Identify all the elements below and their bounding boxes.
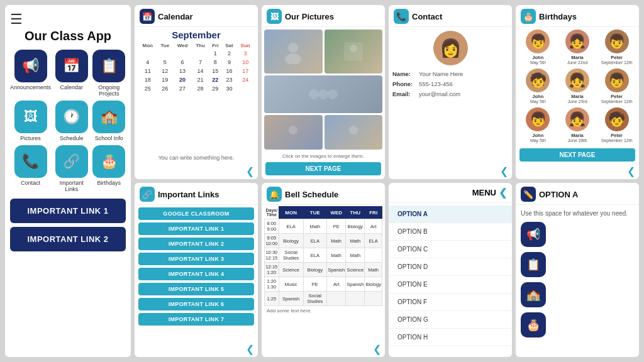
link-item-2[interactable]: IMPORTANT LINK 2 — [138, 238, 254, 250]
contact-email-label: Email: — [392, 90, 416, 97]
menu-item-option-c[interactable]: OPTION C — [389, 241, 512, 258]
bell-th-wed: WED — [327, 206, 346, 219]
contact-panel: 📞 Contact 👩 Name: Your Name Here Phone: … — [389, 5, 512, 179]
icon-important-links[interactable]: 🔗 Important Links — [55, 145, 88, 192]
hamburger-menu[interactable]: ☰ — [10, 11, 126, 28]
picture-item[interactable] — [264, 30, 323, 74]
bell-cell: PE — [303, 277, 327, 292]
important-links-panel: 🔗 Important Links GOOGLE CLASSROOM IMPOR… — [135, 183, 258, 357]
bell-cell: Art — [327, 277, 346, 292]
cal-day — [138, 49, 157, 58]
bell-cell: Math — [346, 248, 365, 263]
calendar-panel-header: 📅 Calendar — [135, 5, 258, 27]
link-item-6[interactable]: IMPORTANT LINK 6 — [138, 298, 254, 310]
birthdays-panel-icon: 🎂 — [521, 9, 536, 24]
menu-item-option-b[interactable]: OPTION B — [389, 223, 512, 241]
icon-school-info[interactable]: 🏫 School Info — [92, 101, 126, 141]
cal-day: 3 — [236, 49, 254, 58]
contact-label: Contact — [21, 180, 40, 186]
announcements-label: Announcements — [10, 84, 51, 90]
picture-item[interactable] — [264, 115, 323, 150]
cal-day: 22 — [209, 75, 222, 84]
cal-nav[interactable]: ❮ — [135, 163, 258, 179]
link-item-5[interactable]: IMPORTANT LINK 5 — [138, 283, 254, 295]
bell-note: Add some text here. — [264, 306, 382, 315]
icon-announcements[interactable]: 📢 Announcements — [10, 50, 51, 97]
bell-cell — [327, 292, 346, 306]
menu-body: OPTION A OPTION B OPTION C OPTION D OPTI… — [389, 203, 512, 357]
menu-item-option-a[interactable]: OPTION A — [389, 206, 512, 223]
contact-name-row: Name: Your Name Here — [392, 70, 508, 77]
menu-item-option-h[interactable]: OPTION H — [389, 329, 512, 346]
cal-day — [173, 49, 192, 58]
cal-th-thu: Thu — [192, 42, 209, 49]
menu-label: MENU — [472, 188, 496, 197]
picture-item-wide[interactable] — [264, 75, 382, 113]
bell-cell: Music — [279, 277, 303, 292]
icon-birthdays[interactable]: 🎂 Birthdays — [92, 145, 126, 192]
bell-th-tue: TUE — [303, 206, 327, 219]
icon-pictures[interactable]: 🖼 Pictures — [10, 101, 51, 141]
link-item-7[interactable]: IMPORTANT LINK 7 — [138, 313, 254, 326]
contact-phone-row: Phone: 555-123-456 — [392, 80, 508, 87]
link-item-google[interactable]: GOOGLE CLASSROOM — [138, 207, 254, 220]
birthdays-next-page-button[interactable]: NEXT PAGE — [519, 148, 635, 162]
cal-day: 9 — [222, 58, 237, 67]
icon-calendar[interactable]: 📅 Calendar — [55, 50, 88, 97]
icon-ongoing-projects[interactable]: 📋 Ongoing Projects — [92, 50, 126, 97]
icon-schedule[interactable]: 🕐 Schedule — [55, 101, 88, 141]
link-item-3[interactable]: IMPORTANT LINK 3 — [138, 253, 254, 265]
important-link-2-button[interactable]: IMPORTANT LINK 2 — [10, 227, 126, 251]
birthday-item: 👧 Maria June 23rd — [559, 69, 596, 105]
cal-th-sun: Sun — [236, 42, 254, 49]
svg-point-8 — [349, 126, 358, 134]
menu-chevron[interactable]: ❮ — [499, 187, 507, 199]
option-a-body: Use this space for whatever you need. 📢 … — [516, 205, 639, 357]
pictures-nav[interactable]: ❮ — [262, 177, 385, 179]
contact-panel-title: Contact — [412, 12, 442, 21]
important-links-label: Important Links — [55, 180, 88, 192]
option-a-panel-title: OPTION A — [539, 190, 578, 199]
cal-th-fri: Fri — [209, 42, 222, 49]
bell-nav[interactable]: ❮ — [262, 341, 385, 357]
bell-time: 10:3012:15 — [265, 248, 279, 263]
bell-cell: ELA — [279, 219, 303, 234]
table-row: 10:3012:15 Social Studies ELA Math Math — [265, 248, 382, 263]
menu-item-option-d[interactable]: OPTION D — [389, 258, 512, 276]
bell-time: 1:25 — [265, 292, 279, 306]
birthdays-panel-header: 🎂 Birthdays — [516, 5, 639, 27]
link-item-1[interactable]: IMPORTANT LINK 1 — [138, 222, 254, 235]
contact-panel-header: 📞 Contact — [389, 5, 512, 27]
important-link-1-button[interactable]: IMPORTANT LINK 1 — [10, 199, 126, 223]
cal-day: 2 — [222, 49, 237, 58]
cal-month: September — [138, 30, 254, 40]
birthday-item: 👧 Maria June 28th — [559, 107, 596, 144]
ongoing-projects-label: Ongoing Projects — [92, 84, 126, 97]
birthday-date: May 5th — [530, 138, 546, 143]
bell-cell: Spanish — [346, 277, 365, 292]
important-links-icon: 🔗 — [55, 145, 88, 178]
links-nav[interactable]: ❮ — [135, 341, 258, 357]
picture-item[interactable] — [325, 115, 383, 150]
cal-day: 7 — [192, 58, 209, 67]
menu-item-option-g[interactable]: OPTION G — [389, 311, 512, 329]
birthday-avatar: 👧 — [565, 69, 589, 92]
birthday-date: September 12th — [601, 60, 633, 65]
picture-item[interactable] — [325, 30, 383, 74]
cal-day: 18 — [138, 75, 157, 84]
contact-nav[interactable]: ❮ — [389, 163, 512, 179]
contact-email-row: Email: your@mail.com — [392, 90, 508, 97]
menu-item-option-f[interactable]: OPTION F — [389, 293, 512, 311]
birthday-item: 👧 Maria June 22nd — [559, 30, 596, 66]
bell-cell — [346, 292, 365, 306]
birthday-name: John — [532, 94, 543, 99]
bell-cell — [365, 248, 382, 263]
pictures-next-page-button[interactable]: NEXT PAGE — [265, 162, 381, 175]
birthday-name: John — [532, 55, 543, 60]
menu-item-option-e[interactable]: OPTION E — [389, 276, 512, 293]
bell-th-fri: FRI — [365, 206, 382, 219]
birthday-avatar: 👦 — [605, 69, 629, 92]
icon-contact[interactable]: 📞 Contact — [10, 145, 51, 192]
birthdays-nav[interactable]: ❮ — [516, 163, 639, 179]
link-item-4[interactable]: IMPORTANT LINK 4 — [138, 268, 254, 280]
